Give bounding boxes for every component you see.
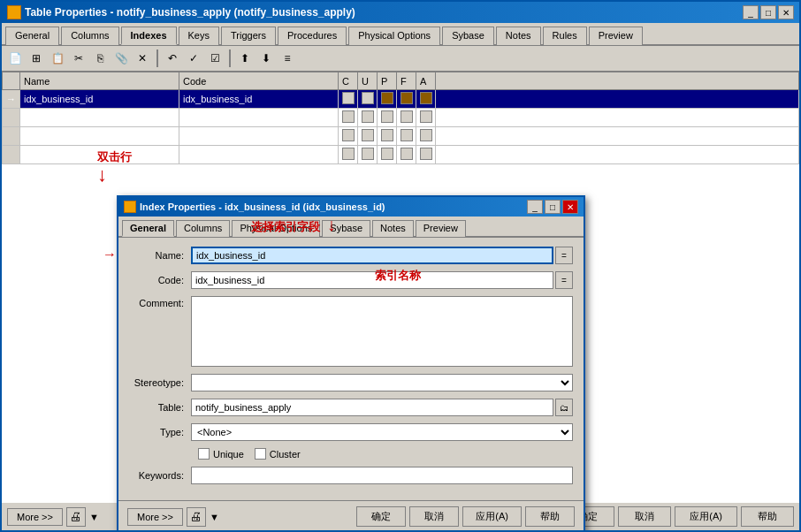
cell-c[interactable] [339, 146, 358, 164]
cb-p[interactable] [381, 92, 393, 104]
dialog-cancel-button[interactable]: 取消 [409, 506, 459, 527]
dialog-dropdown-arrow[interactable]: ▼ [210, 512, 219, 522]
col-c-header[interactable]: C [339, 72, 358, 90]
col-f-header[interactable]: F [397, 72, 416, 90]
dialog-maximize-button[interactable]: □ [545, 200, 561, 214]
cb-a[interactable] [420, 129, 432, 141]
type-select[interactable]: <None> [191, 423, 573, 441]
dialog-tab-sybase[interactable]: Sybase [322, 220, 370, 237]
cell-c[interactable] [339, 90, 358, 109]
table-browse-btn[interactable]: 🗂 [555, 399, 573, 416]
cancel-button[interactable]: 取消 [618, 506, 671, 527]
cb-f[interactable] [400, 110, 413, 123]
tab-notes[interactable]: Notes [496, 27, 541, 45]
cb-f[interactable] [400, 92, 413, 104]
tab-physical-options[interactable]: Physical Options [348, 27, 440, 45]
dialog-confirm-button[interactable]: 确定 [356, 506, 406, 527]
close-button[interactable]: ✕ [778, 5, 794, 19]
dialog-close-button[interactable]: ✕ [562, 200, 578, 214]
cb-p[interactable] [381, 148, 393, 160]
cell-f[interactable] [397, 146, 416, 164]
cb-c[interactable] [342, 92, 355, 104]
cluster-checkbox[interactable] [255, 448, 266, 460]
cb-a[interactable] [420, 110, 432, 123]
cut-button[interactable]: ✂ [69, 49, 88, 68]
table-row[interactable] [3, 127, 799, 146]
dialog-more-button[interactable]: More >> [127, 508, 183, 526]
cb-u[interactable] [362, 129, 374, 141]
col-a-header[interactable]: A [416, 72, 436, 90]
table-row[interactable]: → idx_business_id idx_business_id [3, 90, 799, 109]
tab-rules[interactable]: Rules [543, 27, 587, 45]
sort-button[interactable]: ≡ [278, 49, 297, 68]
tab-keys[interactable]: Keys [179, 27, 219, 45]
code-btn[interactable]: = [555, 271, 573, 289]
name-input[interactable] [191, 247, 553, 264]
delete-button[interactable]: ✕ [133, 49, 152, 68]
dialog-tab-general[interactable]: General [122, 220, 174, 237]
cell-f[interactable] [397, 109, 416, 127]
undo-button[interactable]: ↶ [163, 49, 182, 68]
cell-u[interactable] [358, 109, 378, 127]
unique-checkbox[interactable] [198, 448, 210, 460]
check-button[interactable]: ✓ [184, 49, 203, 68]
cb-u[interactable] [362, 148, 374, 160]
dialog-apply-button[interactable]: 应用(A) [462, 506, 522, 527]
paste-button[interactable]: 📎 [111, 49, 131, 68]
cell-u[interactable] [358, 146, 378, 164]
table-row[interactable] [3, 146, 799, 164]
col-u-header[interactable]: U [358, 72, 378, 90]
grid-view-button[interactable]: ⊞ [27, 49, 46, 68]
cell-p[interactable] [378, 127, 397, 146]
form-view-button[interactable]: 📋 [48, 49, 67, 68]
minimize-button[interactable]: _ [743, 5, 759, 19]
table-row[interactable] [3, 109, 799, 127]
cell-code[interactable]: idx_business_id [179, 90, 339, 109]
cell-name[interactable] [20, 146, 179, 164]
table-input[interactable] [191, 399, 553, 416]
cb-u[interactable] [362, 110, 374, 123]
dropdown-arrow[interactable]: ▼ [89, 512, 99, 522]
cb-p[interactable] [381, 110, 393, 123]
cb-a[interactable] [420, 92, 432, 104]
cell-a[interactable] [416, 146, 436, 164]
cell-u[interactable] [358, 127, 378, 146]
dialog-tab-notes[interactable]: Notes [372, 220, 414, 237]
tab-columns[interactable]: Columns [61, 27, 118, 45]
name-btn[interactable]: = [555, 247, 573, 264]
dialog-tab-preview[interactable]: Preview [416, 220, 466, 237]
cell-f[interactable] [397, 90, 416, 109]
move-up-button[interactable]: ⬆ [235, 49, 255, 68]
cb-p[interactable] [381, 129, 393, 141]
move-down-button[interactable]: ⬇ [256, 49, 276, 68]
cell-code[interactable] [179, 127, 339, 146]
cb-f[interactable] [400, 148, 413, 160]
stereotype-select[interactable] [191, 374, 573, 391]
cell-name[interactable]: idx_business_id [20, 90, 179, 109]
tab-procedures[interactable]: Procedures [278, 27, 347, 45]
cell-a[interactable] [416, 109, 436, 127]
cell-a[interactable] [416, 127, 436, 146]
cell-c[interactable] [339, 127, 358, 146]
dialog-tab-columns[interactable]: Columns [176, 220, 230, 237]
tab-sybase[interactable]: Sybase [442, 27, 494, 45]
cb-c[interactable] [342, 110, 355, 123]
dialog-help-button[interactable]: 帮助 [525, 506, 575, 527]
col-p-header[interactable]: P [378, 72, 397, 90]
comment-textarea[interactable] [191, 296, 573, 367]
cb-c[interactable] [342, 148, 355, 160]
more-button[interactable]: More >> [7, 508, 63, 526]
cell-name[interactable] [20, 109, 179, 127]
cell-name[interactable] [20, 127, 179, 146]
cb-u[interactable] [362, 92, 374, 104]
cell-f[interactable] [397, 127, 416, 146]
cell-code[interactable] [179, 146, 339, 164]
dialog-tab-physical-options[interactable]: Physical Options [232, 220, 320, 237]
maximize-button[interactable]: □ [760, 5, 776, 19]
cell-c[interactable] [339, 109, 358, 127]
cell-a[interactable] [416, 90, 436, 109]
code-input[interactable] [191, 271, 553, 289]
cell-u[interactable] [358, 90, 378, 109]
cell-p[interactable] [378, 90, 397, 109]
check2-button[interactable]: ☑ [205, 49, 225, 68]
